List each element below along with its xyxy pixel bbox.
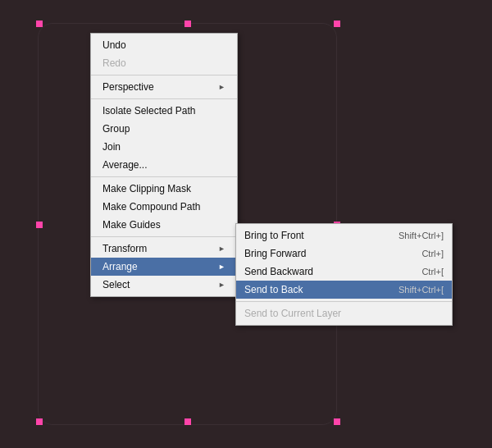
arrange-submenu: Bring to Front Shift+Ctrl+] Bring Forwar… bbox=[235, 223, 453, 326]
send-back-shortcut: Shift+Ctrl+[ bbox=[399, 285, 444, 295]
submenu-item-send-backward[interactable]: Send Backward Ctrl+[ bbox=[236, 263, 452, 281]
bring-forward-shortcut: Ctrl+] bbox=[421, 249, 444, 258]
handle-br bbox=[334, 418, 340, 425]
menu-item-perspective[interactable]: Perspective ► bbox=[91, 78, 237, 96]
menu-item-join-label: Join bbox=[102, 141, 121, 153]
handle-tm bbox=[184, 21, 191, 27]
bring-front-label: Bring to Front bbox=[244, 230, 304, 241]
handle-bl bbox=[36, 418, 43, 425]
menu-item-join[interactable]: Join bbox=[91, 138, 237, 156]
send-back-label: Send to Back bbox=[244, 284, 303, 295]
menu-item-redo-label: Redo bbox=[102, 57, 126, 69]
menu-item-isolate[interactable]: Isolate Selected Path bbox=[91, 102, 237, 120]
bring-forward-label: Bring Forward bbox=[244, 248, 306, 259]
menu-item-guides[interactable]: Make Guides bbox=[91, 216, 237, 234]
submenu-separator bbox=[236, 301, 452, 302]
separator-4 bbox=[91, 236, 237, 237]
menu-item-average[interactable]: Average... bbox=[91, 156, 237, 174]
menu-item-transform[interactable]: Transform ► bbox=[91, 240, 237, 258]
submenu-item-send-back[interactable]: Send to Back Shift+Ctrl+[ bbox=[236, 281, 452, 299]
send-current-label: Send to Current Layer bbox=[244, 308, 341, 319]
menu-item-arrange-label: Arrange bbox=[102, 261, 138, 272]
menu-item-isolate-label: Isolate Selected Path bbox=[102, 105, 195, 117]
send-backward-label: Send Backward bbox=[244, 266, 313, 277]
submenu-item-bring-front[interactable]: Bring to Front Shift+Ctrl+] bbox=[236, 226, 452, 245]
menu-item-clipping-label: Make Clipping Mask bbox=[102, 183, 191, 194]
perspective-arrow-icon: ► bbox=[218, 83, 226, 91]
handle-tl bbox=[36, 21, 43, 27]
bring-front-shortcut: Shift+Ctrl+] bbox=[399, 231, 444, 240]
separator-3 bbox=[91, 176, 237, 177]
handle-bm bbox=[184, 418, 191, 425]
submenu-item-send-current: Send to Current Layer bbox=[236, 304, 452, 322]
handle-ml bbox=[36, 222, 43, 228]
separator-2 bbox=[91, 98, 237, 99]
menu-item-perspective-label: Perspective bbox=[102, 81, 154, 93]
menu-item-arrange[interactable]: Arrange ► bbox=[91, 258, 237, 276]
handle-tr bbox=[334, 21, 340, 27]
menu-item-compound[interactable]: Make Compound Path bbox=[91, 198, 237, 216]
menu-item-compound-label: Make Compound Path bbox=[102, 201, 200, 213]
menu-item-select[interactable]: Select ► bbox=[91, 276, 237, 294]
submenu-item-bring-forward[interactable]: Bring Forward Ctrl+] bbox=[236, 245, 452, 263]
separator-1 bbox=[91, 75, 237, 75]
menu-item-clipping[interactable]: Make Clipping Mask bbox=[91, 180, 237, 198]
arrange-arrow-icon: ► bbox=[218, 263, 226, 271]
context-menu: Undo Redo Perspective ► Isolate Selected… bbox=[90, 33, 238, 297]
menu-item-undo[interactable]: Undo bbox=[91, 36, 237, 54]
select-arrow-icon: ► bbox=[218, 281, 226, 289]
menu-item-average-label: Average... bbox=[102, 159, 147, 171]
menu-item-redo: Redo bbox=[91, 54, 237, 72]
transform-arrow-icon: ► bbox=[218, 245, 226, 253]
menu-item-select-label: Select bbox=[102, 279, 130, 290]
menu-item-group[interactable]: Group bbox=[91, 120, 237, 138]
menu-item-group-label: Group bbox=[102, 123, 130, 135]
menu-item-transform-label: Transform bbox=[102, 243, 147, 254]
send-backward-shortcut: Ctrl+[ bbox=[421, 267, 444, 277]
menu-item-undo-label: Undo bbox=[102, 39, 126, 51]
menu-item-guides-label: Make Guides bbox=[102, 219, 161, 231]
